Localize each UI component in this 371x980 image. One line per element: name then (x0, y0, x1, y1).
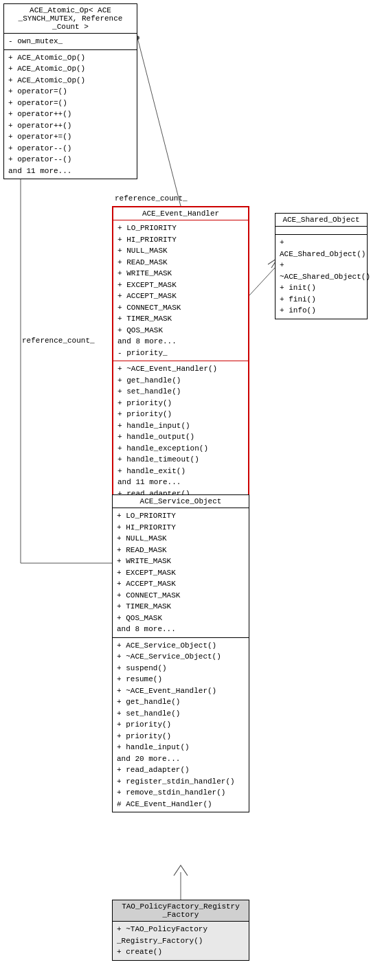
atomic-to-event-line (137, 38, 181, 206)
shared-object-methods: + ACE_Shared_Object() + ~ACE_Shared_Obje… (276, 235, 367, 319)
event-handler-header: ACE_Event_Handler (113, 207, 248, 220)
service-object-header: ACE_Service_Object (113, 495, 249, 508)
policy-factory-header: TAO_PolicyFactory_Registry_Factory (113, 900, 249, 922)
factory-to-service-arrowhead (174, 865, 188, 876)
event-handler-box: ACE_Event_Handler + LO_PRIORITY + HI_PRI… (112, 206, 249, 537)
ref-count-label-top: reference_count_ (115, 194, 188, 203)
uml-diagram: reference_count_ reference_count_ ACE_At… (0, 0, 371, 980)
event-to-shared-line (249, 268, 275, 295)
ref-count-label-left: reference_count_ (22, 337, 95, 345)
atomic-op-header: ACE_Atomic_Op< ACE_SYNCH_MUTEX, Referenc… (4, 4, 137, 34)
service-object-methods: + ACE_Service_Object() + ~ACE_Service_Ob… (113, 638, 249, 812)
shared-object-empty (276, 227, 367, 235)
atomic-op-fields: - own_mutex_ (4, 34, 137, 50)
event-handler-constants: + LO_PRIORITY + HI_PRIORITY + NULL_MASK … (113, 220, 248, 361)
atomic-op-methods: + ACE_Atomic_Op() + ACE_Atomic_Op() + AC… (4, 50, 137, 179)
policy-factory-box: TAO_PolicyFactory_Registry_Factory + ~TA… (112, 900, 249, 961)
service-object-constants: + LO_PRIORITY + HI_PRIORITY + NULL_MASK … (113, 508, 249, 638)
shared-object-header: ACE_Shared_Object (276, 214, 367, 227)
policy-factory-methods: + ~TAO_PolicyFactory _Registry_Factory()… (113, 922, 249, 960)
atomic-op-box: ACE_Atomic_Op< ACE_SYNCH_MUTEX, Referenc… (3, 3, 137, 179)
service-object-box: ACE_Service_Object + LO_PRIORITY + HI_PR… (112, 494, 249, 812)
shared-object-box: ACE_Shared_Object + ACE_Shared_Object() … (275, 213, 368, 319)
